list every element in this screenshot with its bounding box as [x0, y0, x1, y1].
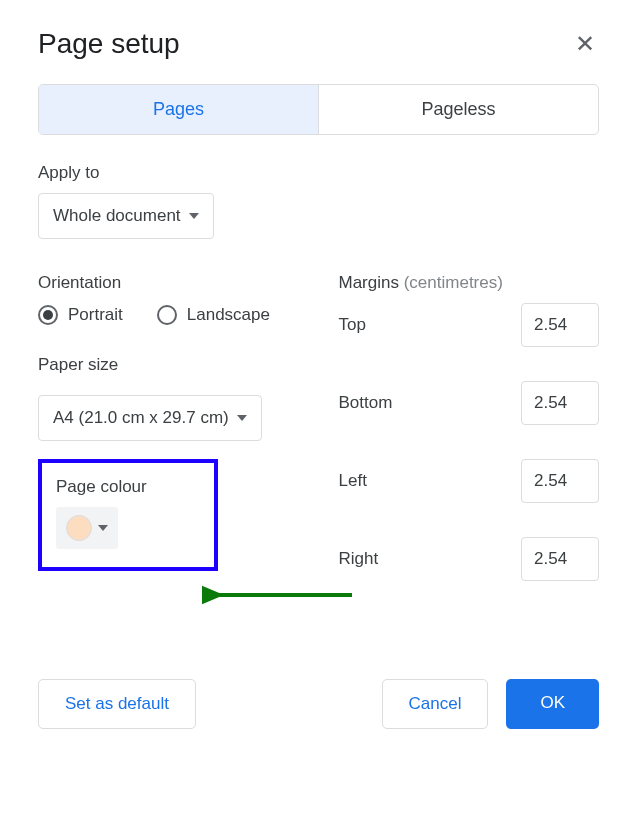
margin-left-row: Left	[339, 459, 600, 503]
orientation-label: Orientation	[38, 273, 299, 293]
chevron-down-icon	[189, 213, 199, 219]
dialog-header: Page setup ✕	[38, 28, 599, 60]
paper-size-label: Paper size	[38, 355, 299, 375]
margin-top-label: Top	[339, 315, 366, 335]
apply-to-label: Apply to	[38, 163, 599, 183]
radio-icon	[38, 305, 58, 325]
margin-top-input[interactable]	[521, 303, 599, 347]
margin-bottom-input[interactable]	[521, 381, 599, 425]
mode-tabs: Pages Pageless	[38, 84, 599, 135]
page-colour-section-highlight: Page colour	[38, 459, 218, 571]
margin-left-input[interactable]	[521, 459, 599, 503]
dialog-footer: Set as default Cancel OK	[38, 679, 599, 729]
set-as-default-button[interactable]: Set as default	[38, 679, 196, 729]
paper-size-dropdown[interactable]: A4 (21.0 cm x 29.7 cm)	[38, 395, 262, 441]
cancel-button[interactable]: Cancel	[382, 679, 489, 729]
left-column: Orientation Portrait Landscape Paper siz…	[38, 273, 299, 615]
chevron-down-icon	[98, 525, 108, 531]
orientation-portrait-radio[interactable]: Portrait	[38, 305, 123, 325]
page-colour-dropdown[interactable]	[56, 507, 118, 549]
apply-to-dropdown[interactable]: Whole document	[38, 193, 214, 239]
apply-to-value: Whole document	[53, 206, 181, 226]
tab-pages[interactable]: Pages	[39, 85, 319, 134]
portrait-label: Portrait	[68, 305, 123, 325]
paper-size-value: A4 (21.0 cm x 29.7 cm)	[53, 408, 229, 428]
page-colour-label: Page colour	[56, 477, 200, 497]
page-setup-dialog: Page setup ✕ Pages Pageless Apply to Who…	[0, 0, 637, 761]
radio-icon	[157, 305, 177, 325]
margin-left-label: Left	[339, 471, 367, 491]
close-icon[interactable]: ✕	[571, 28, 599, 60]
right-column: Margins (centimetres) Top Bottom Left Ri…	[339, 273, 600, 615]
margins-label: Margins (centimetres)	[339, 273, 600, 293]
colour-swatch-icon	[66, 515, 92, 541]
landscape-label: Landscape	[187, 305, 270, 325]
margin-bottom-label: Bottom	[339, 393, 393, 413]
margin-bottom-row: Bottom	[339, 381, 600, 425]
dialog-title: Page setup	[38, 28, 180, 60]
margin-right-row: Right	[339, 537, 600, 581]
margin-right-label: Right	[339, 549, 379, 569]
tab-pageless[interactable]: Pageless	[319, 85, 598, 134]
ok-button[interactable]: OK	[506, 679, 599, 729]
orientation-landscape-radio[interactable]: Landscape	[157, 305, 270, 325]
margin-right-input[interactable]	[521, 537, 599, 581]
chevron-down-icon	[237, 415, 247, 421]
margin-top-row: Top	[339, 303, 600, 347]
